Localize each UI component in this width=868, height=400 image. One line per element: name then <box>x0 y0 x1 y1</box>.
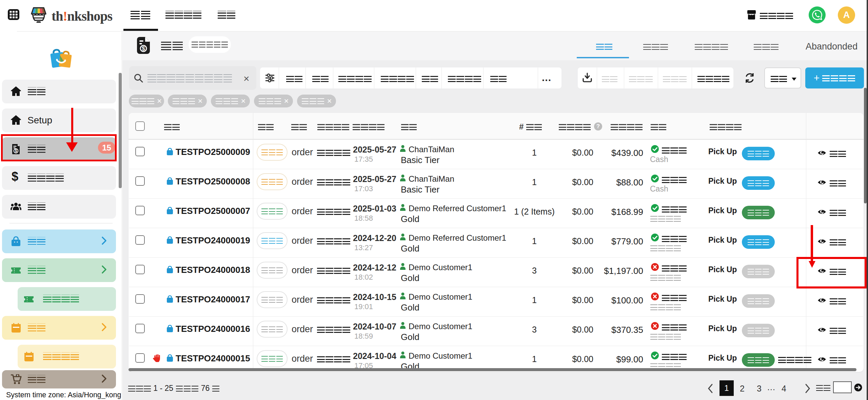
svg-text:$: $ <box>142 45 145 52</box>
svg-text:+: + <box>17 374 18 377</box>
